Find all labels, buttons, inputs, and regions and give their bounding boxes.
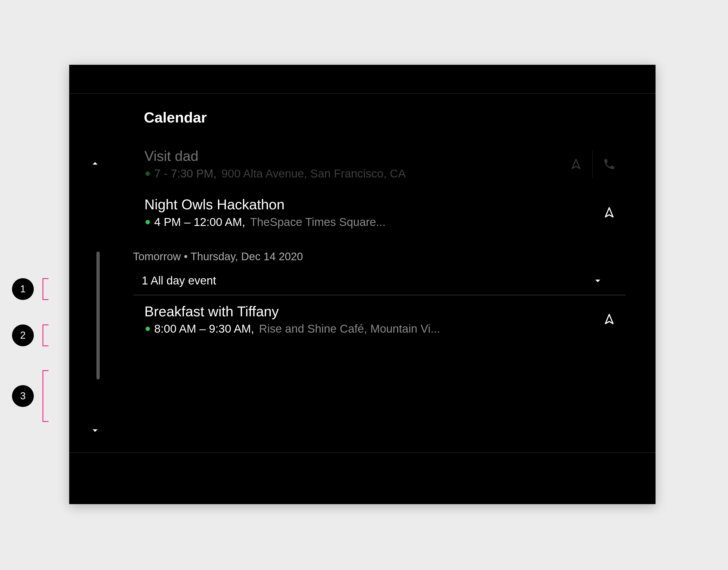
- event-subtitle: 7 - 7:30 PM, 900 Alta Avenue, San Franci…: [143, 167, 625, 180]
- expand-icon-wrap: [592, 275, 604, 287]
- event-row[interactable]: Visit dad 7 - 7:30 PM, 900 Alta Avenue, …: [143, 140, 625, 188]
- scrollbar-thumb[interactable]: [97, 252, 100, 379]
- scroll-rail: [69, 94, 124, 453]
- navigation-arrow-icon: [569, 158, 582, 171]
- calendar-color-dot: [146, 172, 150, 176]
- annotation-bracket: [42, 324, 48, 346]
- calendar-color-dot: [146, 220, 150, 224]
- annotation-number: 3: [12, 385, 34, 407]
- event-list[interactable]: Visit dad 7 - 7:30 PM, 900 Alta Avenue, …: [143, 140, 625, 453]
- annotation-3: 3: [12, 370, 48, 422]
- event-row[interactable]: Breakfast with Tiffany 8:00 AM – 9:30 AM…: [143, 295, 625, 344]
- navigation-arrow-icon: [603, 206, 616, 219]
- annotation-number: 1: [12, 278, 34, 300]
- chevron-up-icon: [89, 158, 101, 170]
- event-title: Visit dad: [144, 148, 625, 165]
- event-time: 4 PM – 12:00 AM,: [154, 216, 245, 229]
- all-day-label: 1 All day event: [142, 274, 216, 287]
- event-time: 7 - 7:30 PM,: [154, 167, 217, 180]
- app-content: Calendar Visit dad 7 - 7:30 PM, 9: [69, 94, 656, 453]
- event-row[interactable]: Night Owls Hackathon 4 PM – 12:00 AM, Th…: [143, 188, 625, 237]
- event-actions: [560, 149, 625, 179]
- annotation-1: 1: [12, 278, 48, 300]
- navigation-arrow-icon: [603, 313, 616, 326]
- event-title: Breakfast with Tiffany: [144, 303, 625, 320]
- navigate-button[interactable]: [593, 198, 625, 228]
- annotation-2: 2: [12, 324, 48, 346]
- event-subtitle: 4 PM – 12:00 AM, TheSpace Times Square..…: [143, 216, 625, 229]
- calendar-color-dot: [146, 327, 150, 331]
- event-title: Night Owls Hackathon: [144, 197, 625, 213]
- call-button[interactable]: [593, 149, 625, 179]
- scroll-down-button[interactable]: [88, 423, 102, 437]
- status-bar: [69, 65, 656, 94]
- event-location: 900 Alta Avenue, San Francisco, CA: [221, 167, 406, 180]
- event-location: Rise and Shine Café, Mountain Vi...: [259, 322, 440, 335]
- phone-icon: [603, 158, 616, 171]
- chevron-down-icon: [89, 424, 101, 437]
- navigate-button[interactable]: [560, 149, 592, 179]
- event-time: 8:00 AM – 9:30 AM,: [154, 322, 254, 335]
- event-location: TheSpace Times Square...: [250, 216, 385, 229]
- stage: 1 2 3 Calendar: [0, 0, 728, 570]
- annotation-bracket: [42, 278, 48, 300]
- scroll-up-button[interactable]: [88, 157, 102, 171]
- event-actions: [593, 198, 625, 228]
- navigate-button[interactable]: [593, 304, 625, 334]
- chevron-down-icon: [592, 275, 604, 287]
- section-header: Tomorrow • Thursday, Dec 14 2020: [133, 250, 625, 263]
- all-day-toggle[interactable]: 1 All day event: [133, 267, 625, 295]
- event-subtitle: 8:00 AM – 9:30 AM, Rise and Shine Café, …: [143, 322, 625, 335]
- annotation-number: 2: [12, 324, 34, 346]
- nav-bar: [69, 453, 656, 504]
- device-screen: Calendar Visit dad 7 - 7:30 PM, 9: [69, 65, 656, 504]
- event-actions: [593, 304, 625, 334]
- app-title: Calendar: [144, 109, 207, 126]
- annotation-bracket: [42, 370, 48, 422]
